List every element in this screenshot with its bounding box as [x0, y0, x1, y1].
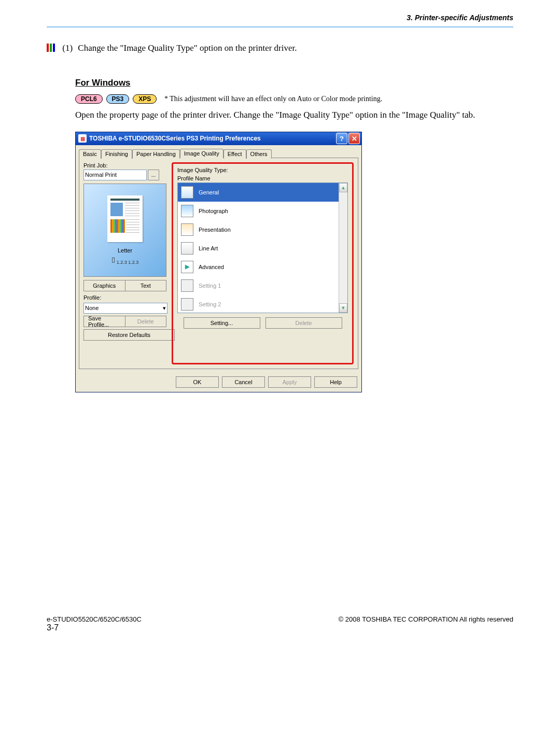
print-job-label: Print Job:: [83, 162, 166, 168]
photo-icon: [181, 205, 193, 217]
step-line: (1) Change the "Image Quality Type" opti…: [47, 43, 513, 54]
set-icon: [181, 279, 193, 292]
close-icon[interactable]: ✕: [348, 133, 360, 144]
dialog-title: TOSHIBA e-STUDIO6530CSeries PS3 Printing…: [89, 135, 335, 142]
list-item[interactable]: Photograph: [178, 202, 339, 220]
tab-image-quality[interactable]: Image Quality: [180, 149, 223, 158]
image-quality-list[interactable]: GeneralPhotographPresentationLine Art▶Ad…: [177, 182, 348, 313]
apply-button: Apply: [268, 376, 311, 388]
help-button[interactable]: Help: [314, 376, 357, 388]
tab-others[interactable]: Others: [246, 149, 272, 159]
list-item[interactable]: ▶Advanced: [178, 258, 339, 276]
list-item-label: Presentation: [199, 227, 231, 233]
dialog-titlebar[interactable]: ▦ TOSHIBA e-STUDIO6530CSeries PS3 Printi…: [76, 132, 361, 145]
chevron-down-icon: ▾: [163, 305, 166, 312]
delete-setting-button: Delete: [265, 317, 342, 329]
tab-paper-handling[interactable]: Paper Handling: [132, 149, 180, 159]
scrollbar[interactable]: ▲ ▼: [339, 183, 347, 313]
step-number: (1): [62, 43, 73, 53]
list-item-label: Line Art: [199, 245, 218, 251]
printing-preferences-dialog: ▦ TOSHIBA e-STUDIO6530CSeries PS3 Printi…: [75, 132, 362, 392]
list-item-label: Photograph: [199, 208, 228, 214]
list-item-label: Setting 1: [199, 283, 221, 289]
tab-row: Basic Finishing Paper Handling Image Qua…: [79, 148, 358, 158]
help-icon[interactable]: ?: [336, 133, 347, 144]
set-icon: [181, 298, 193, 311]
list-item[interactable]: Presentation: [178, 220, 339, 239]
list-item[interactable]: Line Art: [178, 239, 339, 258]
text-button[interactable]: Text: [125, 280, 167, 291]
delete-profile-button: Delete: [125, 316, 167, 327]
adv-icon: ▶: [181, 261, 193, 273]
profile-select[interactable]: None▾: [83, 303, 167, 314]
cancel-button[interactable]: Cancel: [222, 376, 265, 388]
page-number: 3-7: [47, 623, 513, 632]
footer-left: e-STUDIO5520C/6520C/6530C: [47, 615, 142, 623]
save-profile-button[interactable]: Save Profile...: [83, 316, 125, 327]
list-item-label: Setting 2: [199, 301, 221, 307]
badge-ps3: PS3: [106, 94, 130, 104]
tab-finishing[interactable]: Finishing: [101, 149, 132, 159]
badge-xps: XPS: [133, 94, 157, 104]
paper-thumb-icon: [107, 195, 143, 242]
profile-name-label: Profile Name: [177, 175, 348, 181]
instruction-paragraph: Open the property page of the printer dr…: [75, 108, 513, 122]
tab-basic[interactable]: Basic: [79, 149, 101, 159]
app-icon: ▦: [78, 134, 87, 143]
list-item: Setting 1: [178, 276, 339, 295]
profile-label: Profile:: [83, 294, 166, 301]
list-item[interactable]: General: [178, 183, 339, 202]
dialog-footer: OK Cancel Apply Help: [76, 372, 361, 392]
list-item-label: Advanced: [199, 264, 224, 270]
pres-icon: [181, 223, 193, 236]
tab-effect[interactable]: Effect: [223, 149, 246, 159]
print-job-select[interactable]: Normal Print: [83, 170, 147, 180]
color-bars-icon: [47, 44, 56, 54]
sub-heading-for-windows: For Windows: [75, 78, 513, 88]
setting-button[interactable]: Setting...: [184, 317, 260, 329]
section-title: 3. Printer-specific Adjustments: [407, 13, 513, 22]
ok-button[interactable]: OK: [176, 376, 219, 388]
page-footer: e-STUDIO5520C/6520C/6530C © 2008 TOSHIBA…: [47, 615, 513, 623]
footer-right: © 2008 TOSHIBA TEC CORPORATION All right…: [339, 615, 513, 623]
list-item-label: General: [199, 189, 219, 195]
badges-row: PCL6 PS3 XPS * This adjustment will have…: [75, 94, 513, 104]
page-preview: Letter ▯1.2.3 1.2.3: [83, 184, 166, 277]
scroll-down-icon[interactable]: ▼: [339, 303, 347, 313]
line-icon: [181, 242, 193, 255]
badge-pcl6: PCL6: [75, 94, 103, 104]
page-header: 3. Printer-specific Adjustments: [47, 0, 513, 27]
highlighted-region: Image Quality Type: Profile Name General…: [172, 162, 354, 364]
list-item: Setting 2: [178, 295, 339, 313]
adjustment-note: * This adjustment will have an effect on…: [164, 95, 382, 103]
preview-paper-label: Letter: [118, 247, 132, 254]
preview-page-indicator: ▯1.2.3 1.2.3: [111, 256, 139, 265]
scroll-up-icon[interactable]: ▲: [339, 183, 347, 192]
graphics-button[interactable]: Graphics: [83, 280, 125, 291]
gen-icon: [181, 186, 193, 199]
print-job-extra-button[interactable]: ...: [148, 170, 159, 180]
step-text: Change the "Image Quality Type" option o…: [78, 43, 297, 53]
restore-defaults-button[interactable]: Restore Defaults: [83, 329, 175, 341]
image-quality-type-label: Image Quality Type:: [177, 167, 348, 173]
